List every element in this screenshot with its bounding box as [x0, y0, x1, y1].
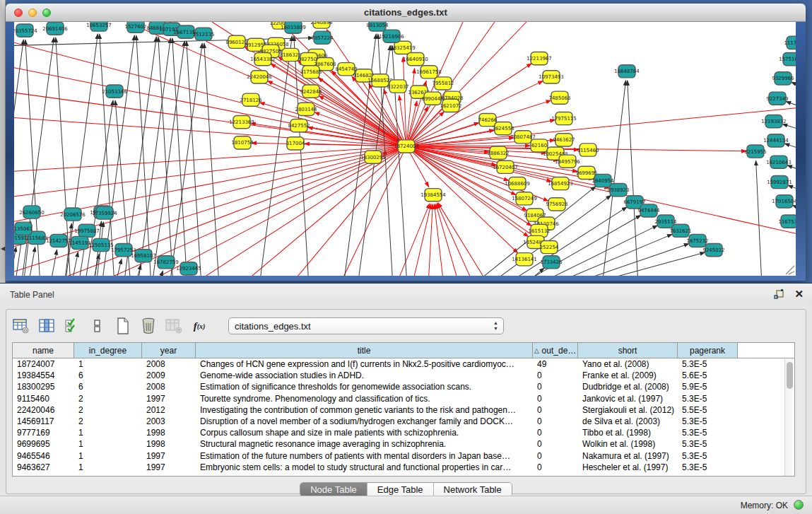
window-titlebar[interactable]: citations_edges.txt	[6, 4, 806, 22]
column-header-pagerank[interactable]: pagerank	[678, 343, 738, 358]
graph-node[interactable]: 21053346	[102, 85, 127, 98]
graph-node[interactable]: 3624554	[492, 122, 514, 135]
graph-node[interactable]: 8427552	[288, 119, 310, 132]
column-header-name[interactable]: name	[13, 343, 74, 358]
graph-node[interactable]: 16782759	[153, 256, 179, 269]
graph-node[interactable]: 9245012	[702, 243, 724, 256]
graph-node[interactable]: 1733426	[540, 256, 563, 269]
graph-node[interactable]: 8322037	[387, 80, 408, 93]
canvas-resize-grip[interactable]	[786, 266, 794, 274]
graph-node[interactable]: 1675232	[686, 234, 708, 247]
graph-node[interactable]: 2803144	[295, 103, 317, 115]
graph-node[interactable]: 317004	[286, 137, 305, 150]
graph-node[interactable]: 12213967	[526, 52, 552, 64]
graph-node[interactable]: 8938923	[607, 184, 629, 197]
table-row[interactable]: 1456911722003Disruption of a novel membe…	[13, 416, 794, 427]
scrollbar-thumb[interactable]	[787, 362, 793, 389]
new-table-button[interactable]	[114, 317, 132, 335]
graph-node[interactable]: 19384554	[420, 189, 446, 201]
graph-node[interactable]: 12444134	[763, 134, 789, 147]
graph-node[interactable]: 16648784	[614, 65, 640, 78]
table-row[interactable]: 969969511998Structural magnetic resonanc…	[13, 438, 794, 450]
delete-column-button[interactable]	[139, 317, 158, 335]
graph-node[interactable]: 3175685	[300, 66, 322, 78]
graph-node[interactable]: 7886322	[487, 146, 509, 159]
splitpane-collapse-arrow[interactable]: ◀	[1, 245, 5, 252]
select-columns-button[interactable]	[37, 317, 56, 335]
column-header-year[interactable]: year	[142, 343, 196, 358]
network-graph[interactable]: 1872400718300295193845548960123891295523…	[14, 22, 796, 276]
tab-node-table[interactable]: Node Table	[300, 483, 367, 496]
graph-node[interactable]: 12193832	[761, 115, 787, 127]
graph-node[interactable]: 12213369	[229, 115, 254, 128]
graph-node[interactable]: 16720407	[493, 160, 518, 173]
column-header-short[interactable]: short	[578, 343, 678, 358]
table-row[interactable]: 1872400712008Changes of HCN gene express…	[13, 358, 794, 370]
graph-node[interactable]: 17975115	[551, 112, 577, 124]
select-rows-button[interactable]	[63, 317, 81, 335]
graph-node[interactable]: 9329966	[772, 72, 794, 85]
graph-node[interactable]: 10653257	[86, 22, 112, 31]
graph-node[interactable]: 14136141	[512, 253, 537, 266]
graph-node[interactable]: 1117304	[784, 36, 796, 49]
graph-node[interactable]: 20206576	[60, 208, 86, 221]
graph-node[interactable]: 16033809	[281, 22, 306, 33]
graph-node[interactable]: 2718126	[240, 93, 262, 106]
graph-node[interactable]: 10688609	[505, 177, 530, 189]
table-row[interactable]: 2242004622012Investigating the contribut…	[13, 404, 794, 416]
minimize-window-button[interactable]	[28, 8, 37, 17]
graph-node[interactable]: 7955812	[432, 77, 454, 90]
function-builder-button[interactable]: f(x)	[190, 317, 208, 335]
graph-node[interactable]: 19975887	[74, 224, 100, 237]
graph-node[interactable]: 16210643	[766, 156, 792, 168]
graph-node[interactable]: 9756928	[546, 198, 567, 211]
graph-node[interactable]: 15751074	[779, 52, 796, 65]
row-height-button[interactable]	[88, 317, 107, 335]
graph-node[interactable]: 1167532	[778, 215, 796, 228]
graph-node[interactable]: 7857224	[311, 31, 334, 44]
table-row[interactable]: 1830029562008Estimation of significance …	[13, 381, 794, 392]
close-window-button[interactable]	[14, 8, 23, 17]
graph-node[interactable]: 16640910	[403, 52, 428, 65]
table-vertical-scrollbar[interactable]	[784, 359, 794, 476]
graph-node[interactable]: 9463627	[553, 134, 575, 146]
graph-node[interactable]: 9115460	[577, 144, 599, 156]
graph-node[interactable]: 9227349	[766, 92, 788, 105]
graph-node[interactable]: 12923445	[176, 262, 201, 275]
table-select-combobox[interactable]: citations_edges.txt ▲▼	[228, 317, 504, 334]
table-row[interactable]: 911546021997Tourette syndrome. Phenomeno…	[13, 393, 794, 404]
table-row[interactable]: 946362711997Embryonic stem cells: a mode…	[13, 462, 794, 473]
graph-node[interactable]: 1527602	[124, 22, 146, 33]
graph-node[interactable]: 9242844	[300, 85, 322, 98]
graph-node[interactable]: 8215955	[744, 145, 766, 158]
graph-node[interactable]: 15807249	[512, 192, 537, 205]
zoom-window-button[interactable]	[42, 8, 51, 17]
graph-node[interactable]: 1810754	[231, 136, 254, 149]
graph-node[interactable]: 252254	[540, 240, 559, 253]
graph-node[interactable]: 20355724	[14, 24, 37, 37]
float-panel-icon[interactable]	[774, 289, 784, 300]
graph-node[interactable]: 2240896	[310, 22, 333, 28]
table-row[interactable]: 1938455462009Genome-wide association stu…	[13, 370, 794, 381]
graph-node[interactable]: 15992871	[767, 175, 792, 188]
column-header-out_de[interactable]: △out_de…	[533, 343, 578, 358]
column-header-in_degree[interactable]: in_degree	[74, 343, 142, 358]
table-row[interactable]: 946554611997Estimation of the future num…	[13, 450, 794, 462]
table-settings-button[interactable]	[12, 317, 30, 335]
graph-node[interactable]: 1621072	[440, 99, 461, 112]
graph-node[interactable]: 9474444	[637, 204, 660, 217]
graph-node[interactable]: 135061	[14, 222, 33, 235]
table-row[interactable]: 977716911998Corpus callosum shape and si…	[13, 427, 794, 438]
graph-node[interactable]: 12505135	[88, 238, 114, 251]
close-panel-icon[interactable]: ✕	[794, 288, 804, 300]
graph-node[interactable]: 7632621	[669, 224, 691, 237]
graph-node[interactable]: 17016504	[772, 195, 796, 208]
tab-network-table[interactable]: Network Table	[434, 483, 512, 496]
tab-edge-table[interactable]: Edge Table	[367, 483, 434, 496]
graph-node[interactable]: 7485063	[548, 91, 570, 104]
network-graph-canvas[interactable]: 1872400718300295193845548960123891295523…	[14, 22, 796, 276]
graph-node[interactable]: 1145193	[69, 236, 90, 249]
column-header-title[interactable]: title	[196, 343, 533, 358]
graph-node[interactable]: 7512135	[192, 28, 214, 40]
graph-node[interactable]: 20691406	[42, 22, 68, 35]
